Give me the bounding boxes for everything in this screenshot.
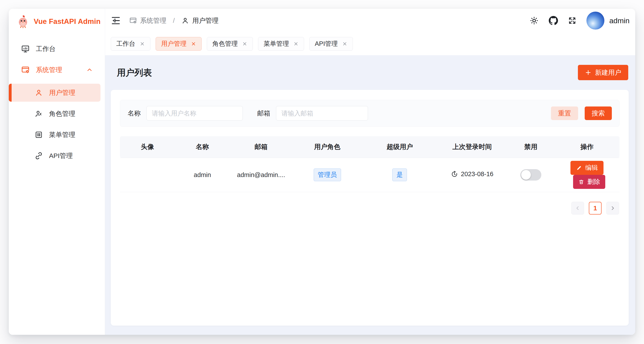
chevron-up-icon [86, 66, 93, 73]
sidebar-item-api[interactable]: API管理 [9, 147, 100, 165]
cell-last-login: 2023-08-16 [437, 158, 507, 192]
sidebar-item-label: 系统管理 [36, 66, 62, 75]
breadcrumb-label: 用户管理 [192, 16, 218, 25]
pagination: 1 [120, 202, 620, 214]
tab-label: 菜单管理 [264, 40, 289, 48]
superuser-tag: 是 [392, 168, 407, 181]
api-link-icon [34, 152, 43, 160]
close-icon[interactable] [242, 41, 247, 47]
role-tag: 管理员 [314, 168, 341, 181]
top-header: 系统管理 / 用户管理 admin [105, 9, 635, 33]
toggle-knob [521, 170, 531, 180]
breadcrumb-item-users[interactable]: 用户管理 [181, 16, 218, 25]
search-button[interactable]: 搜索 [585, 107, 612, 120]
role-icon [34, 110, 43, 118]
tab-users[interactable]: 用户管理 [156, 37, 202, 51]
new-user-button-label: 新建用户 [595, 68, 621, 77]
col-actions: 操作 [554, 136, 620, 158]
cell-superuser: 是 [362, 158, 437, 192]
col-last-login: 上次登录时间 [437, 136, 507, 158]
sidebar-item-menus[interactable]: 菜单管理 [9, 126, 100, 144]
plus-icon [585, 69, 592, 76]
workbench-icon [21, 45, 30, 53]
delete-button[interactable]: 删除 [573, 175, 605, 189]
delete-button-label: 删除 [587, 177, 600, 186]
fullscreen-icon[interactable] [568, 17, 576, 25]
table-row: admin admin@admin.... 管理员 是 [120, 158, 620, 192]
name-field-label: 名称 [128, 109, 141, 118]
page-title-row: 用户列表 新建用户 [111, 55, 629, 90]
collapse-sidebar-icon[interactable] [111, 16, 121, 26]
tab-label: 用户管理 [161, 40, 186, 48]
col-disabled: 禁用 [507, 136, 555, 158]
avatar [586, 12, 604, 30]
chevron-left-icon [574, 205, 581, 211]
cell-avatar [120, 158, 175, 192]
pagination-page-1[interactable]: 1 [589, 202, 602, 214]
new-user-button[interactable]: 新建用户 [578, 65, 628, 80]
tab-api[interactable]: API管理 [309, 37, 353, 51]
close-icon[interactable] [191, 41, 196, 47]
cell-disabled [507, 158, 555, 192]
trash-icon [578, 179, 584, 185]
table-header-row: 头像 名称 邮箱 用户角色 超级用户 上次登录时间 禁用 操作 [120, 136, 620, 158]
app-logo[interactable]: Vue FastAPI Admin [9, 9, 105, 34]
disabled-toggle[interactable] [520, 169, 541, 181]
col-role: 用户角色 [292, 136, 362, 158]
tab-roles[interactable]: 角色管理 [207, 37, 253, 51]
sidebar-item-label: 用户管理 [49, 88, 75, 97]
system-settings-icon [129, 17, 137, 25]
email-field-label: 邮箱 [257, 109, 270, 118]
sidebar-item-roles[interactable]: 角色管理 [9, 105, 100, 123]
close-icon[interactable] [140, 41, 145, 47]
user-icon [181, 17, 189, 25]
sidebar: Vue FastAPI Admin 工作台 系统管理 用户管理 角色管理 [9, 9, 105, 335]
close-icon[interactable] [342, 41, 348, 47]
sidebar-item-label: API管理 [49, 151, 73, 160]
edit-button-label: 编辑 [585, 163, 598, 172]
sidebar-item-users[interactable]: 用户管理 [9, 84, 100, 102]
tab-label: 工作台 [116, 40, 135, 48]
pagination-next-button[interactable] [606, 202, 619, 214]
edit-button[interactable]: 编辑 [570, 161, 604, 175]
close-icon[interactable] [293, 41, 298, 47]
user-menu[interactable]: admin [586, 12, 630, 30]
sidebar-item-label: 工作台 [36, 45, 56, 54]
last-login-value: 2023-08-16 [461, 170, 494, 178]
app-title: Vue FastAPI Admin [34, 17, 100, 26]
user-name: admin [609, 17, 630, 25]
history-clock-icon [451, 171, 458, 178]
sidebar-item-system[interactable]: 系统管理 [9, 63, 100, 77]
main-area: 系统管理 / 用户管理 admin 工作台 [105, 9, 635, 335]
cell-name: admin [175, 158, 230, 192]
header-actions: admin [530, 12, 630, 30]
page-content: 用户列表 新建用户 名称 邮箱 重置 搜索 [105, 55, 635, 335]
theme-sun-icon[interactable] [530, 16, 539, 25]
cell-role: 管理员 [292, 158, 362, 192]
system-settings-icon [21, 66, 30, 74]
breadcrumb-label: 系统管理 [140, 16, 166, 25]
chevron-right-icon [610, 205, 616, 211]
tabs-bar: 工作台 用户管理 角色管理 菜单管理 API管理 [105, 33, 635, 55]
tab-label: API管理 [315, 40, 338, 48]
app-window: Vue FastAPI Admin 工作台 系统管理 用户管理 角色管理 [9, 9, 635, 335]
pagination-prev-button[interactable] [571, 202, 584, 214]
github-icon[interactable] [549, 16, 558, 25]
name-input[interactable] [146, 106, 243, 121]
tab-workbench[interactable]: 工作台 [111, 37, 150, 51]
sidebar-menu: 工作台 系统管理 用户管理 角色管理 菜单管理 API管理 [9, 34, 105, 168]
breadcrumb: 系统管理 / 用户管理 [129, 16, 218, 25]
breadcrumb-item-system[interactable]: 系统管理 [129, 16, 166, 25]
col-avatar: 头像 [120, 136, 175, 158]
user-icon [34, 89, 43, 97]
users-table: 头像 名称 邮箱 用户角色 超级用户 上次登录时间 禁用 操作 [120, 136, 620, 192]
col-superuser: 超级用户 [362, 136, 437, 158]
sidebar-item-workbench[interactable]: 工作台 [9, 42, 100, 56]
search-panel: 名称 邮箱 重置 搜索 [120, 100, 620, 127]
tab-menus[interactable]: 菜单管理 [258, 37, 304, 51]
email-input[interactable] [276, 106, 368, 121]
reset-button[interactable]: 重置 [551, 107, 578, 120]
chick-logo-icon [17, 15, 29, 28]
sidebar-item-label: 角色管理 [49, 109, 75, 118]
col-email: 邮箱 [230, 136, 292, 158]
